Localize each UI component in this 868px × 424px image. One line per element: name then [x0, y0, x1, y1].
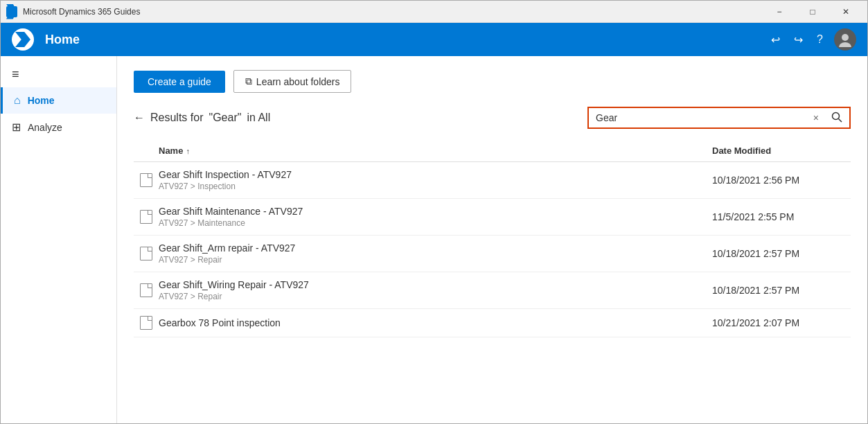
- search-input[interactable]: [589, 108, 808, 127]
- window-controls: − □ ✕: [763, 1, 862, 22]
- window: Microsoft Dynamics 365 Guides − □ ✕ Home…: [0, 0, 868, 424]
- col-date-header: Date Modified: [712, 145, 851, 156]
- item-date: 10/18/2021 2:57 PM: [712, 248, 851, 259]
- table-row[interactable]: Gear Shift_Arm repair - ATV927 ATV927 > …: [134, 236, 851, 272]
- search-icon: [831, 112, 842, 123]
- learn-folders-icon: ⧉: [245, 76, 252, 87]
- item-info: Gear Shift_Arm repair - ATV927 ATV927 > …: [159, 242, 712, 265]
- item-info: Gear Shift_Wiring Repair - ATV927 ATV927…: [159, 279, 712, 301]
- results-in-label: in All: [247, 112, 270, 124]
- minimize-button[interactable]: −: [763, 1, 795, 22]
- doc-icon: [140, 247, 152, 260]
- learn-folders-label: Learn about folders: [256, 76, 340, 87]
- item-icon: [134, 247, 159, 260]
- item-path: ATV927 > Maintenance: [159, 218, 712, 228]
- app-body: ≡ ⌂ Home ⊞ Analyze Create a guide ⧉ Lear…: [1, 56, 867, 423]
- table-row[interactable]: Gear Shift Inspection - ATV927 ATV927 > …: [134, 162, 851, 199]
- results-prefix: Results for: [150, 112, 203, 124]
- sidebar-item-home[interactable]: ⌂ Home: [1, 87, 116, 114]
- logo-shape-header: [15, 32, 30, 47]
- header-bar: Home ↩ ↪ ?: [1, 23, 867, 56]
- sidebar-item-label-home: Home: [28, 95, 55, 106]
- create-guide-button[interactable]: Create a guide: [134, 71, 225, 93]
- table-row[interactable]: Gear Shift Maintenance - ATV927 ATV927 >…: [134, 199, 851, 236]
- item-info: Gear Shift Maintenance - ATV927 ATV927 >…: [159, 206, 712, 228]
- search-submit-button[interactable]: [824, 109, 849, 127]
- doc-icon: [140, 173, 152, 187]
- sidebar: ≡ ⌂ Home ⊞ Analyze: [1, 56, 117, 423]
- item-name: Gearbox 78 Point inspection: [159, 317, 712, 328]
- table-row[interactable]: Gear Shift_Wiring Repair - ATV927 ATV927…: [134, 272, 851, 309]
- top-actions: Create a guide ⧉ Learn about folders: [134, 70, 851, 93]
- item-icon: [134, 210, 159, 224]
- sidebar-hamburger-button[interactable]: ≡: [1, 62, 116, 87]
- results-title: ← Results for "Gear" in All: [134, 112, 270, 124]
- col-name-header: Name ↑: [134, 145, 712, 156]
- search-clear-button[interactable]: ×: [808, 109, 824, 126]
- close-button[interactable]: ✕: [830, 1, 862, 22]
- window-title: Microsoft Dynamics 365 Guides: [23, 7, 140, 17]
- item-date: 10/21/2021 2:07 PM: [712, 317, 851, 328]
- item-path: ATV927 > Inspection: [159, 182, 712, 191]
- title-bar-left: Microsoft Dynamics 365 Guides: [6, 6, 140, 17]
- back-arrow-button[interactable]: ←: [134, 112, 145, 124]
- item-date: 10/18/2021 2:57 PM: [712, 285, 851, 296]
- item-icon: [134, 283, 159, 297]
- header-title: Home: [45, 33, 80, 47]
- sidebar-item-analyze[interactable]: ⊞ Analyze: [1, 114, 116, 141]
- search-results-row: ← Results for "Gear" in All ×: [134, 107, 851, 129]
- svg-point-0: [842, 34, 849, 41]
- undo-button[interactable]: ↩: [768, 30, 783, 49]
- item-name: Gear Shift Maintenance - ATV927: [159, 206, 712, 217]
- help-button[interactable]: ?: [814, 30, 826, 48]
- item-icon: [134, 316, 159, 330]
- results-query: "Gear": [209, 112, 241, 124]
- doc-icon: [140, 283, 152, 297]
- redo-button[interactable]: ↪: [791, 30, 806, 49]
- search-box: ×: [587, 107, 851, 129]
- logo-shape: [6, 4, 17, 19]
- learn-folders-button[interactable]: ⧉ Learn about folders: [233, 70, 352, 93]
- svg-line-3: [839, 118, 842, 122]
- item-name: Gear Shift Inspection - ATV927: [159, 169, 712, 180]
- home-icon: ⌂: [14, 94, 21, 107]
- item-info: Gearbox 78 Point inspection: [159, 317, 712, 328]
- avatar[interactable]: [834, 28, 856, 51]
- main-content: Create a guide ⧉ Learn about folders ← R…: [117, 56, 867, 423]
- item-name: Gear Shift_Arm repair - ATV927: [159, 242, 712, 254]
- doc-icon: [140, 316, 152, 330]
- table-header: Name ↑ Date Modified: [134, 140, 851, 162]
- svg-point-1: [839, 42, 851, 47]
- app-icon: [6, 6, 17, 17]
- item-path: ATV927 > Repair: [159, 255, 712, 265]
- title-bar: Microsoft Dynamics 365 Guides − □ ✕: [1, 1, 867, 23]
- sort-arrow-icon: ↑: [186, 147, 190, 155]
- doc-icon: [140, 210, 152, 224]
- sidebar-item-label-analyze: Analyze: [28, 122, 62, 133]
- avatar-icon: [838, 32, 853, 47]
- item-date: 11/5/2021 2:55 PM: [712, 211, 851, 222]
- item-name: Gear Shift_Wiring Repair - ATV927: [159, 279, 712, 290]
- item-icon: [134, 173, 159, 187]
- item-date: 10/18/2021 2:56 PM: [712, 175, 851, 186]
- header-right: ↩ ↪ ?: [768, 28, 856, 51]
- table-row[interactable]: Gearbox 78 Point inspection 10/21/2021 2…: [134, 309, 851, 337]
- svg-point-2: [833, 112, 840, 119]
- results-list: Gear Shift Inspection - ATV927 ATV927 > …: [134, 162, 851, 337]
- header-logo: [12, 28, 34, 51]
- item-info: Gear Shift Inspection - ATV927 ATV927 > …: [159, 169, 712, 191]
- analyze-icon: ⊞: [12, 121, 21, 134]
- item-path: ATV927 > Repair: [159, 292, 712, 301]
- maximize-button[interactable]: □: [797, 1, 829, 22]
